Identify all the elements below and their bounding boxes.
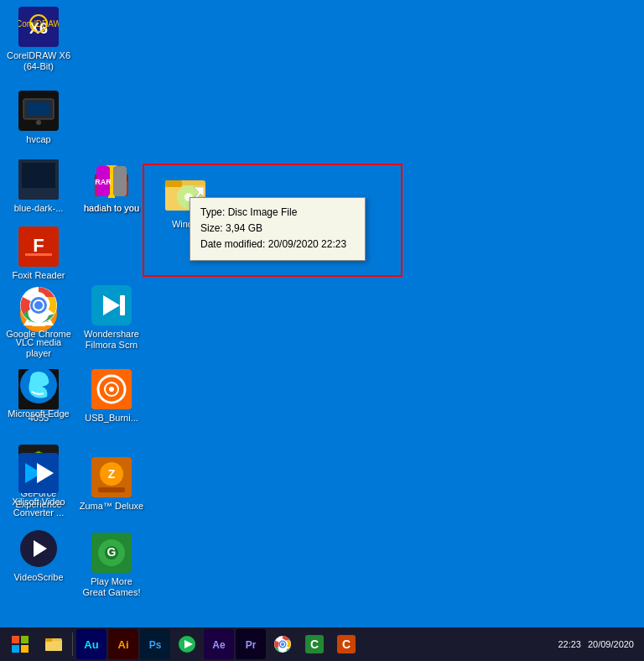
icon-videoscribe-label: VideoScribe (13, 572, 63, 583)
taskbar-aftereffects[interactable]: Ae (204, 629, 234, 659)
icon-videoscribe[interactable]: VideoScribe (4, 528, 73, 583)
icon-vlc-label: VLC media player (5, 337, 72, 359)
svg-rect-64 (21, 645, 29, 653)
svg-rect-39 (98, 487, 125, 492)
taskbar-green-app[interactable]: C (299, 629, 330, 659)
desktop: X6 CorelDRAW CorelDRAW X6 (64-Bit) hvcap (0, 0, 644, 627)
taskbar-orange-app[interactable]: C (331, 629, 361, 659)
taskbar-illustrator[interactable]: Ai (108, 629, 138, 659)
svg-rect-57 (165, 180, 182, 187)
svg-point-47 (34, 301, 43, 310)
svg-rect-63 (12, 645, 19, 653)
svg-text:F: F (33, 235, 44, 256)
icon-google-chrome-label: Google Chrome (6, 329, 71, 340)
svg-point-7 (36, 120, 41, 125)
taskbar-photoshop[interactable]: Ps (140, 629, 170, 659)
icon-edge-label: Microsoft Edge (8, 409, 69, 419)
svg-text:G: G (107, 545, 117, 559)
icon-hvcap[interactable]: hvcap (4, 91, 73, 145)
icon-bluedark-label: blue-dark-... (14, 203, 64, 214)
taskbar-media[interactable] (172, 629, 202, 659)
icon-bluedark[interactable]: blue-dark-... (4, 159, 73, 214)
taskbar-file-explorer[interactable] (39, 629, 69, 659)
svg-text:C: C (342, 638, 351, 651)
svg-text:C: C (310, 638, 319, 651)
svg-text:Ai: Ai (118, 638, 129, 651)
icon-usb-label: USB_Burni... (85, 413, 138, 424)
icon-edge[interactable]: Microsoft Edge (4, 365, 73, 419)
start-button[interactable] (3, 629, 37, 659)
icon-coreldraw[interactable]: X6 CorelDRAW CorelDRAW X6 (64-Bit) (4, 7, 73, 72)
svg-point-83 (281, 643, 284, 646)
icon-winrar-label: hadiah to you (84, 203, 139, 214)
icon-playmore-label: Play More Great Games! (78, 576, 145, 598)
icon-wondershare-label: Wondershare Filmora Scrn (78, 329, 145, 351)
svg-rect-66 (45, 641, 62, 651)
icon-xilisoft-label: Xilisoft Video Converter ... (5, 497, 72, 518)
taskbar-time: 22:23 (558, 639, 581, 649)
tooltip-type: Type: Disc Image File (200, 205, 355, 221)
icon-usb[interactable]: USB_Burni... (77, 369, 146, 424)
tooltip-box: Type: Disc Image File Size: 3,94 GB Date… (190, 197, 366, 261)
tooltip-date: Date modified: 20/09/2020 22:23 (200, 237, 355, 252)
icon-hvcap-label: hvcap (26, 134, 50, 145)
icon-google-chrome[interactable]: Google Chrome (4, 285, 73, 340)
svg-text:Au: Au (84, 638, 98, 651)
icon-zuma-label: Zuma™ Deluxe (80, 501, 143, 512)
icon-wondershare[interactable]: Wondershare Filmora Scrn (77, 285, 146, 351)
taskbar-date: 20/09/2020 (588, 639, 634, 649)
taskbar-premiere[interactable]: Pr (236, 629, 266, 659)
taskbar-sep1 (72, 632, 73, 656)
svg-text:RAR: RAR (95, 178, 112, 186)
icon-foxit-label: Foxit Reader (13, 270, 65, 281)
icon-playmore[interactable]: G Play More Great Games! (77, 533, 146, 598)
svg-text:Pr: Pr (246, 639, 257, 651)
icon-coreldraw-label: CorelDRAW X6 (64-Bit) (5, 50, 72, 72)
svg-rect-67 (45, 638, 52, 642)
svg-rect-61 (12, 636, 19, 643)
icon-zuma[interactable]: Z Zuma™ Deluxe (77, 457, 146, 512)
taskbar: Au Ai Ps Ae Pr (0, 627, 644, 661)
svg-text:Ae: Ae (212, 639, 226, 651)
tooltip-area: Windo Type: Disc Image File Size: 3,94 G… (149, 172, 221, 229)
taskbar-audition[interactable]: Au (76, 629, 106, 659)
svg-text:CorelDRAW: CorelDRAW (18, 19, 59, 29)
svg-rect-53 (113, 166, 127, 196)
svg-text:Ps: Ps (149, 639, 162, 651)
taskbar-chrome[interactable] (267, 629, 298, 659)
taskbar-right: 22:23 20/09/2020 (558, 639, 641, 649)
svg-text:Z: Z (108, 467, 116, 481)
icon-xilisoft[interactable]: Xilisoft Video Converter ... (4, 453, 73, 518)
icon-foxit[interactable]: F Foxit Reader (4, 226, 73, 281)
svg-rect-6 (27, 102, 50, 116)
svg-rect-9 (22, 163, 55, 188)
svg-rect-31 (120, 295, 125, 315)
svg-rect-62 (21, 636, 29, 643)
icon-winrar[interactable]: RAR hadiah to you (77, 159, 146, 214)
tooltip-size: Size: 3,94 GB (200, 221, 355, 237)
svg-rect-12 (25, 253, 52, 256)
svg-point-35 (109, 387, 114, 392)
